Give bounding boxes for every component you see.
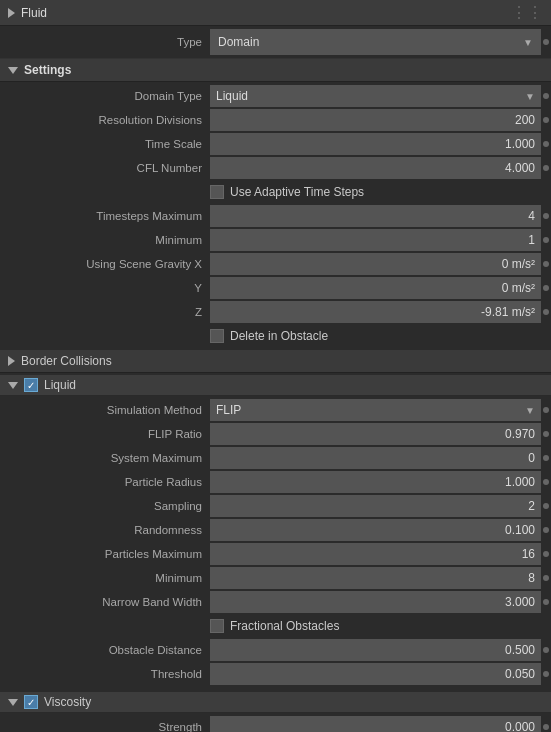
type-dropdown[interactable]: Domain ▼ — [210, 29, 541, 55]
randomness-dot — [541, 518, 551, 542]
viscosity-enabled-checkbox[interactable] — [24, 695, 38, 709]
liquid-expand-icon — [8, 382, 18, 389]
cfl-label: CFL Number — [0, 159, 210, 177]
sim-method-arrow-icon: ▼ — [525, 405, 535, 416]
gravity-z-label: Z — [0, 303, 210, 321]
fractional-obstacles-checkbox[interactable] — [210, 619, 224, 633]
delete-obstacle-label: Delete in Obstacle — [230, 329, 328, 343]
threshold-dot — [541, 662, 551, 686]
border-collisions-label: Border Collisions — [21, 354, 112, 368]
narrow-band-value[interactable]: 3.000 — [210, 591, 541, 613]
particles-min-label: Minimum — [0, 569, 210, 587]
system-max-dot — [541, 446, 551, 470]
timesteps-min-label: Minimum — [0, 231, 210, 249]
simulation-method-value[interactable]: FLIP ▼ — [210, 399, 541, 421]
liquid-properties: Simulation Method FLIP ▼ FLIP Ratio 0.97… — [0, 396, 551, 688]
obstacle-distance-dot — [541, 638, 551, 662]
particles-max-label: Particles Maximum — [0, 545, 210, 563]
dropdown-arrow-icon: ▼ — [523, 37, 533, 48]
resolution-dot — [541, 108, 551, 132]
cfl-dot — [541, 156, 551, 180]
sampling-value[interactable]: 2 — [210, 495, 541, 517]
delete-obstacle-dot — [541, 324, 551, 348]
particles-max-dot — [541, 542, 551, 566]
fractional-obstacles-row[interactable]: Fractional Obstacles — [210, 614, 541, 638]
type-dot — [541, 39, 551, 45]
type-row: Type Domain ▼ — [0, 26, 551, 59]
adaptive-time-checkbox[interactable] — [210, 185, 224, 199]
sampling-dot — [541, 494, 551, 518]
timesteps-min-value[interactable]: 1 — [210, 229, 541, 251]
timesteps-max-label: Timesteps Maximum — [0, 207, 210, 225]
border-collisions-section[interactable]: Border Collisions — [0, 350, 551, 373]
particle-radius-label: Particle Radius — [0, 473, 210, 491]
resolution-label: Resolution Divisions — [0, 111, 210, 129]
liquid-section-header[interactable]: Liquid — [0, 375, 551, 396]
strength-value[interactable]: 0.000 — [210, 716, 541, 732]
type-value: Domain — [218, 35, 259, 49]
liquid-enabled-checkbox[interactable] — [24, 378, 38, 392]
delete-obstacle-row[interactable]: Delete in Obstacle — [210, 324, 541, 348]
domain-type-arrow-icon: ▼ — [525, 91, 535, 102]
particles-min-dot — [541, 566, 551, 590]
liquid-label: Liquid — [44, 378, 76, 392]
settings-properties: Domain Type Liquid ▼ Resolution Division… — [0, 82, 551, 350]
gravity-x-value[interactable]: 0 m/s² — [210, 253, 541, 275]
panel-title: Fluid — [21, 6, 47, 20]
gravity-x-dot — [541, 252, 551, 276]
narrow-band-dot — [541, 590, 551, 614]
narrow-band-label: Narrow Band Width — [0, 593, 210, 611]
particle-radius-value[interactable]: 1.000 — [210, 471, 541, 493]
particles-max-value[interactable]: 16 — [210, 543, 541, 565]
viscosity-label: Viscosity — [44, 695, 91, 709]
randomness-value[interactable]: 0.100 — [210, 519, 541, 541]
adaptive-time-row[interactable]: Use Adaptive Time Steps — [210, 180, 541, 204]
gravity-x-label: Using Scene Gravity X — [0, 255, 210, 273]
sim-method-dot — [541, 398, 551, 422]
domain-type-label: Domain Type — [0, 87, 210, 105]
threshold-value[interactable]: 0.050 — [210, 663, 541, 685]
type-label: Type — [0, 36, 210, 48]
strength-label: Strength — [0, 718, 210, 732]
particle-radius-dot — [541, 470, 551, 494]
settings-section-header[interactable]: Settings — [0, 59, 551, 82]
cfl-value[interactable]: 4.000 — [210, 157, 541, 179]
randomness-label: Randomness — [0, 521, 210, 539]
adaptive-time-label: Use Adaptive Time Steps — [230, 185, 364, 199]
strength-dot — [541, 715, 551, 732]
domain-type-value[interactable]: Liquid ▼ — [210, 85, 541, 107]
settings-expand-icon — [8, 67, 18, 74]
timesteps-min-dot — [541, 228, 551, 252]
viscosity-expand-icon — [8, 699, 18, 706]
delete-obstacle-checkbox[interactable] — [210, 329, 224, 343]
border-collisions-expand-icon — [8, 356, 15, 366]
resolution-value[interactable]: 200 — [210, 109, 541, 131]
viscosity-section-header[interactable]: Viscosity — [0, 692, 551, 713]
fractional-obstacles-label: Fractional Obstacles — [230, 619, 339, 633]
threshold-label: Threshold — [0, 665, 210, 683]
system-max-value[interactable]: 0 — [210, 447, 541, 469]
particles-min-value[interactable]: 8 — [210, 567, 541, 589]
panel-header: Fluid ⋮⋮ — [0, 0, 551, 26]
timesteps-max-dot — [541, 204, 551, 228]
settings-label: Settings — [24, 63, 71, 77]
panel-options-icon[interactable]: ⋮⋮ — [511, 3, 543, 22]
domain-type-dot — [541, 84, 551, 108]
time-scale-dot — [541, 132, 551, 156]
gravity-z-value[interactable]: -9.81 m/s² — [210, 301, 541, 323]
timesteps-max-value[interactable]: 4 — [210, 205, 541, 227]
flip-ratio-dot — [541, 422, 551, 446]
gravity-y-label: Y — [0, 279, 210, 297]
sampling-label: Sampling — [0, 497, 210, 515]
expand-icon — [8, 8, 15, 18]
obstacle-distance-value[interactable]: 0.500 — [210, 639, 541, 661]
gravity-y-value[interactable]: 0 m/s² — [210, 277, 541, 299]
flip-ratio-value[interactable]: 0.970 — [210, 423, 541, 445]
time-scale-value[interactable]: 1.000 — [210, 133, 541, 155]
time-scale-label: Time Scale — [0, 135, 210, 153]
obstacle-distance-label: Obstacle Distance — [0, 641, 210, 659]
flip-ratio-label: FLIP Ratio — [0, 425, 210, 443]
simulation-method-label: Simulation Method — [0, 401, 210, 419]
system-max-label: System Maximum — [0, 449, 210, 467]
fractional-obstacles-dot — [541, 614, 551, 638]
